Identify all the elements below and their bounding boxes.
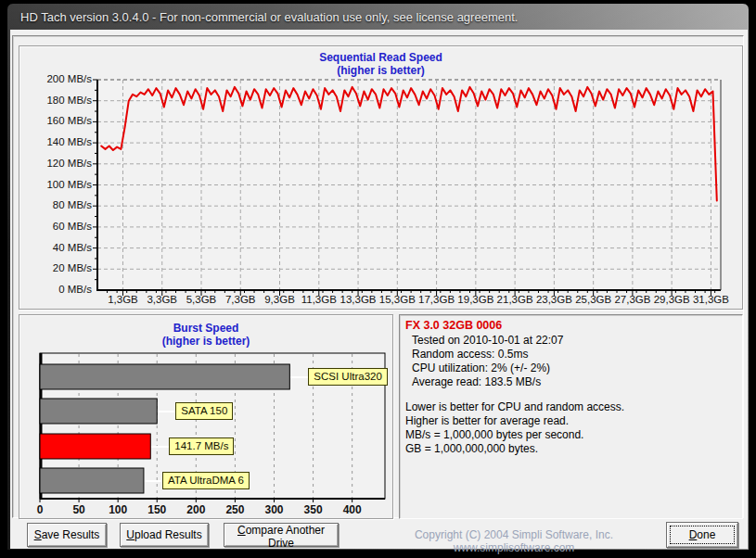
burst-x-label: 100 [99,503,136,516]
y-axis-label: 140 MB/s [19,136,92,147]
burst-bar [40,434,150,459]
app-window: HD Tach version 3.0.4.0 - For non-commer… [6,3,750,551]
info-line: Lower is better for CPU and random acces… [405,400,737,414]
burst-x-label: 400 [334,503,371,516]
done-button[interactable]: Done [666,522,738,548]
sequential-read-chart [90,76,739,306]
burst-bar [40,364,289,389]
burst-bar [40,468,144,493]
save-results-button[interactable]: Save Results [27,523,107,547]
burst-bar [40,399,157,424]
y-axis-label: 180 MB/s [19,95,92,106]
bar-label-connector [145,480,162,482]
info-line: Higher is better for average read. [405,414,737,428]
burst-x-label: 250 [216,503,253,516]
seq-chart-subtitle: (higher is better) [19,64,742,77]
burst-speed-panel: Burst Speed (higher is better) 050100150… [19,314,393,519]
title-bar[interactable]: HD Tach version 3.0.4.0 - For non-commer… [7,4,749,30]
burst-x-label: 0 [21,503,58,516]
bar-label-connector [158,411,175,412]
info-lines: Tested on 2010-10-01 at 22:07Random acce… [405,334,737,456]
x-axis-label: 31,3GB [683,294,738,305]
bar-value-label: SATA 150 [175,402,233,420]
bar-label-connector [290,376,308,378]
info-line: MB/s = 1,000,000 bytes per second. [405,428,737,442]
drive-info-panel: FX 3.0 32GB 0006 Tested on 2010-10-01 at… [399,314,743,519]
info-line: GB = 1,000,000,000 bytes. [405,442,737,456]
drive-name: FX 3.0 32GB 0006 [405,319,737,332]
y-axis-label: 80 MB/s [19,199,92,210]
window-title: HD Tach version 3.0.4.0 - For non-commer… [20,10,518,24]
burst-chart-subtitle: (higher is better) [19,335,392,348]
upload-results-button[interactable]: Upload Results [120,523,209,547]
burst-x-label: 300 [255,503,292,516]
info-line: Tested on 2010-10-01 at 22:07 [405,334,737,348]
bar-value-label: ATA UltraDMA 6 [162,472,250,489]
y-axis-label: 20 MB/s [19,262,92,273]
y-axis-label: 160 MB/s [19,115,92,126]
client-area: Sequential Read Speed (higher is better)… [10,30,748,549]
info-line: Average read: 183.5 MB/s [405,375,737,389]
info-line: Random access: 0.5ms [405,348,737,361]
burst-x-label: 50 [60,503,97,516]
burst-x-label: 200 [177,503,214,516]
sequential-read-panel: Sequential Read Speed (higher is better)… [19,45,743,310]
y-axis-label: 0 MB/s [19,284,92,295]
main-panel: Sequential Read Speed (higher is better)… [12,35,744,518]
copyright-text: Copyright (C) 2004 Simpli Software, Inc.… [361,528,667,554]
y-axis-label: 40 MB/s [19,242,92,253]
info-line: CPU utilization: 2% (+/- 2%) [405,361,737,375]
compare-another-drive-button[interactable]: Compare Another Drive [224,523,339,547]
bar-value-label: SCSI Ultra320 [308,368,388,386]
y-axis-label: 60 MB/s [19,221,92,232]
burst-chart-title: Burst Speed [19,322,392,335]
bar-value-label: 141.7 MB/s [169,438,234,455]
burst-x-label: 350 [295,503,332,516]
burst-x-label: 150 [138,503,175,516]
y-axis-label: 100 MB/s [19,179,92,190]
seq-chart-title: Sequential Read Speed [19,51,742,64]
y-axis-label: 120 MB/s [19,158,92,169]
bar-label-connector [151,446,169,448]
y-axis-label: 200 MB/s [19,73,92,84]
info-spacer [405,389,737,400]
